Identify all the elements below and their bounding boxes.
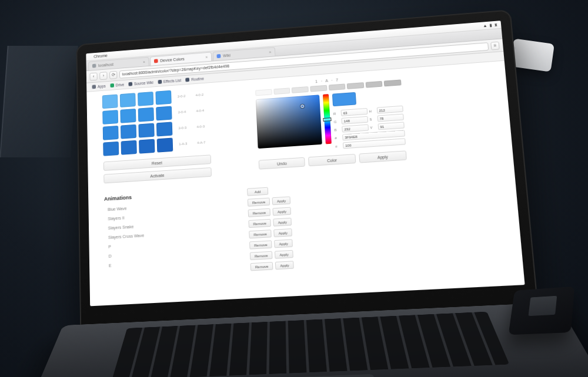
- battery-icon: ▮: [489, 23, 492, 28]
- apply-animation-button[interactable]: Apply: [273, 207, 292, 216]
- phone-on-desk: [509, 287, 575, 335]
- color-swatch[interactable]: [120, 93, 136, 107]
- remove-animation-button[interactable]: Remove: [249, 240, 272, 249]
- color-swatch[interactable]: [102, 94, 118, 109]
- close-icon[interactable]: ×: [269, 50, 271, 54]
- remove-animation-button[interactable]: Remove: [248, 198, 270, 207]
- color-swatch[interactable]: [103, 126, 119, 140]
- input-v[interactable]: 91: [377, 122, 405, 130]
- favicon: [216, 54, 220, 58]
- bookmark[interactable]: Effects List: [158, 78, 181, 84]
- clock: ⧗: [494, 22, 497, 27]
- swatch-coord-label: 2-0-4: [174, 110, 190, 115]
- menu-button[interactable]: ≡: [490, 41, 500, 50]
- color-swatch[interactable]: [139, 139, 155, 154]
- bookmark[interactable]: Drive: [110, 83, 124, 87]
- remove-animation-button[interactable]: Remove: [248, 208, 271, 217]
- back-button[interactable]: ‹: [89, 72, 97, 80]
- apply-animation-button[interactable]: Apply: [274, 239, 293, 248]
- bookmark[interactable]: Apps: [92, 84, 106, 89]
- label-g: G: [334, 120, 340, 124]
- input-s[interactable]: 78: [377, 114, 404, 122]
- tab-label: Wiki: [223, 53, 230, 58]
- input-g[interactable]: 148: [341, 116, 368, 124]
- bookmark[interactable]: Routine: [186, 76, 204, 82]
- animation-item[interactable]: Slayers Snake: [108, 219, 225, 230]
- color-swatch[interactable]: [138, 123, 154, 138]
- close-icon[interactable]: ×: [205, 55, 208, 59]
- undo-button[interactable]: Undo: [259, 157, 306, 170]
- bookmark-label: Routine: [191, 76, 204, 81]
- swatch-coord-label: 4-0-3: [193, 124, 209, 129]
- swatch-grid: 2-0-24-0-22-0-44-0-42-0-34-0-31-A-34-A-7: [102, 86, 234, 156]
- close-icon[interactable]: ×: [143, 60, 145, 64]
- color-swatch[interactable]: [120, 109, 136, 123]
- color-swatch[interactable]: [103, 142, 119, 156]
- laptop: Chrome ▲ ▮ ⧗ localhost ×: [76, 9, 540, 342]
- label-v: V: [370, 125, 376, 129]
- preset-swatch[interactable]: [384, 79, 402, 86]
- apply-animation-button[interactable]: Apply: [275, 250, 293, 259]
- reload-button[interactable]: ⟳: [109, 70, 117, 79]
- color-swatch[interactable]: [155, 90, 171, 105]
- color-swatch[interactable]: [138, 107, 154, 122]
- color-swatch[interactable]: [156, 122, 173, 136]
- swatch-coord-label: 2-0-2: [173, 94, 189, 99]
- apply-animation-button[interactable]: Apply: [275, 261, 294, 270]
- input-r[interactable]: 63: [341, 108, 368, 116]
- preset-swatch[interactable]: [365, 81, 382, 88]
- color-swatch[interactable]: [138, 92, 153, 106]
- page-content: 2-0-24-0-22-0-44-0-42-0-34-0-31-A-34-A-7…: [86, 61, 524, 307]
- label-s: S: [369, 117, 375, 121]
- bookmark-label: Drive: [116, 83, 124, 87]
- preset-swatch[interactable]: [255, 89, 272, 96]
- preset-swatch[interactable]: [347, 82, 364, 89]
- animation-item[interactable]: Slayers Cross Wave: [108, 228, 226, 239]
- favicon: [154, 59, 158, 63]
- laptop-bezel: Chrome ▲ ▮ ⧗ localhost ×: [76, 9, 540, 342]
- favicon: [92, 64, 96, 68]
- animation-item[interactable]: P: [108, 238, 226, 249]
- animation-item[interactable]: E: [109, 257, 227, 268]
- wifi-icon: ▲: [483, 23, 487, 28]
- screen: Chrome ▲ ▮ ⧗ localhost ×: [86, 21, 524, 306]
- apply-button[interactable]: Apply: [359, 150, 407, 163]
- color-swatch[interactable]: [121, 140, 137, 155]
- tab-label: localhost: [98, 62, 113, 68]
- label-alpha: α: [335, 144, 341, 148]
- color-button[interactable]: Color: [308, 154, 356, 166]
- preset-swatch[interactable]: [292, 86, 309, 93]
- apply-animation-button[interactable]: Apply: [274, 228, 293, 237]
- hue-slider[interactable]: [323, 94, 332, 144]
- remove-animation-button[interactable]: Remove: [248, 219, 271, 228]
- color-swatch[interactable]: [121, 124, 136, 139]
- color-inputs: R63H212 G148S78 B232V91 #3F94E8 α100: [332, 89, 406, 149]
- add-animation-button[interactable]: Add: [247, 187, 268, 196]
- color-swatch[interactable]: [102, 110, 118, 124]
- color-swatch[interactable]: [156, 106, 172, 120]
- remove-animation-button[interactable]: Remove: [249, 230, 272, 238]
- animation-item[interactable]: Blue Wave: [108, 200, 225, 211]
- sv-cursor[interactable]: [300, 105, 304, 108]
- apply-animation-button[interactable]: Apply: [273, 218, 292, 227]
- preset-swatch[interactable]: [273, 87, 290, 95]
- preset-swatch[interactable]: [310, 85, 327, 92]
- swatch-coord-label: 4-A-7: [193, 140, 209, 145]
- remove-animation-button[interactable]: Remove: [250, 251, 273, 260]
- bookmark[interactable]: Source Wiki: [128, 80, 153, 86]
- input-h[interactable]: 212: [376, 106, 403, 114]
- glass-object: [0, 46, 78, 157]
- animation-item[interactable]: Slayers II: [108, 210, 225, 221]
- input-b[interactable]: 232: [342, 124, 368, 133]
- apply-animation-button[interactable]: Apply: [272, 196, 291, 205]
- remove-animation-button[interactable]: Remove: [250, 262, 273, 271]
- animations-heading: Animations: [104, 188, 224, 201]
- saturation-value-field[interactable]: [256, 95, 322, 149]
- animation-item[interactable]: D: [109, 248, 226, 258]
- app-name: Chrome: [93, 53, 107, 58]
- color-picker-panel: 1 · A · 7: [255, 73, 407, 174]
- animations-section: Animations Blue WaveSlayers IISlayers Sn…: [104, 171, 510, 279]
- preset-swatch[interactable]: [328, 83, 345, 90]
- color-swatch[interactable]: [157, 137, 173, 152]
- forward-button[interactable]: ›: [99, 72, 107, 80]
